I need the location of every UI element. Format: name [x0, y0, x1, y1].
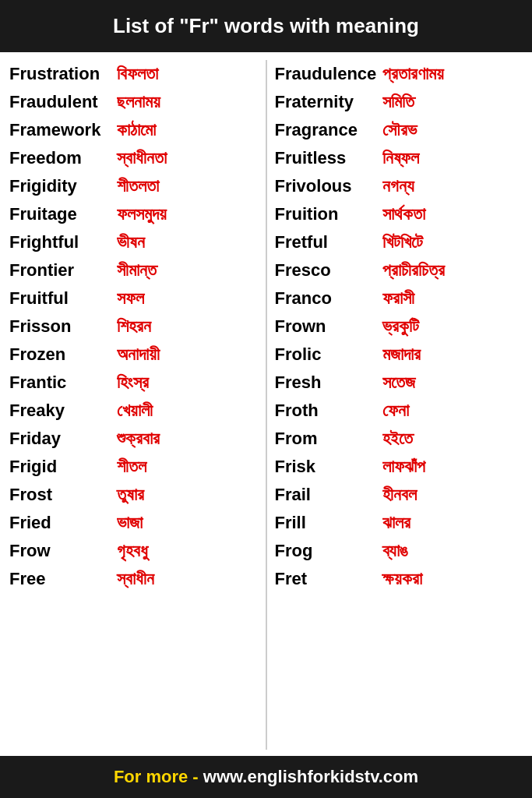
bengali-meaning: মজাদার — [382, 344, 421, 365]
english-word: Frisk — [275, 457, 376, 477]
list-item: Frolicমজাদার — [272, 341, 527, 369]
english-word: Frown — [275, 316, 376, 337]
english-word: Froth — [275, 401, 376, 421]
english-word: Frog — [275, 541, 376, 561]
list-item: Frameworkকাঠামো — [6, 116, 261, 144]
bengali-meaning: শিহরন — [117, 316, 151, 337]
bengali-meaning: ঝালর — [382, 513, 410, 533]
list-item: Fromহইতে — [272, 425, 527, 453]
list-item: Fragranceসৌরভ — [272, 116, 527, 144]
english-word: Fresh — [275, 373, 376, 393]
list-item: Frigidityশীতলতা — [6, 172, 261, 200]
bengali-meaning: ব্যাঙ — [382, 541, 408, 561]
english-word: Freedom — [9, 148, 111, 168]
english-word: Fruition — [275, 204, 376, 224]
english-word: Fruitless — [275, 148, 376, 168]
bengali-meaning: ভীষন — [117, 232, 145, 252]
bengali-meaning: ফেনা — [382, 401, 409, 421]
bengali-meaning: কাঠামো — [117, 120, 156, 140]
english-word: Fraudulent — [9, 92, 111, 112]
english-word: Free — [9, 569, 111, 589]
footer-website: www.englishforkidstv.com — [203, 767, 418, 786]
bengali-meaning: সার্থকতা — [382, 204, 425, 224]
english-word: Franco — [275, 288, 376, 309]
bengali-meaning: সতেজ — [382, 373, 415, 393]
english-word: Frantic — [9, 373, 111, 393]
list-item: Frailহীনবল — [272, 481, 527, 509]
bengali-meaning: খেয়ালী — [117, 401, 153, 421]
english-word: Fretful — [275, 232, 376, 252]
list-item: Frostতুষার — [6, 481, 261, 509]
list-item: Fraudulentছলনাময় — [6, 88, 261, 116]
english-word: Frill — [275, 513, 376, 533]
footer-prefix: For more - — [114, 767, 203, 786]
bengali-meaning: ক্ষয়করা — [382, 569, 422, 589]
list-item: Freakyখেয়ালী — [6, 397, 261, 425]
main-content: FrustrationবিফলতাFraudulentছলনাময়Framew… — [0, 52, 532, 756]
english-word: Friday — [9, 429, 111, 449]
english-word: Frow — [9, 541, 111, 561]
list-item: Frontierসীমান্ত — [6, 256, 261, 284]
bengali-meaning: নগন্য — [382, 176, 414, 196]
bengali-meaning: প্রতারণাময় — [382, 64, 444, 84]
list-item: Fruitfulসফল — [6, 284, 261, 312]
english-word: Frivolous — [275, 176, 376, 196]
english-word: Frost — [9, 485, 111, 505]
list-item: Freeস্বাধীন — [6, 565, 261, 593]
right-column: Fraudulenceপ্রতারণাময়FraternityসমিতিFra… — [272, 60, 527, 750]
list-item: Fruitionসার্থকতা — [272, 200, 527, 228]
header-title: List of "Fr" words with meaning — [113, 14, 419, 37]
list-item: Freshসতেজ — [272, 369, 527, 397]
bengali-meaning: শীতলতা — [117, 176, 159, 196]
list-item: Frothফেনা — [272, 397, 527, 425]
bengali-meaning: ভাজা — [117, 513, 143, 533]
list-item: Fretক্ষয়করা — [272, 565, 527, 593]
bengali-meaning: সীমান্ত — [117, 260, 157, 281]
list-item: Frogব্যাঙ — [272, 537, 527, 565]
list-item: Freedomস্বাধীনতা — [6, 144, 261, 172]
bengali-meaning: ফলসমুদয় — [117, 204, 167, 224]
bengali-meaning: খিটখিটে — [382, 232, 423, 252]
english-word: Fried — [9, 513, 111, 533]
list-item: Frillঝালর — [272, 509, 527, 537]
bengali-meaning: অনাদায়ী — [117, 344, 160, 365]
english-word: Framework — [9, 120, 111, 140]
english-word: Fruitage — [9, 204, 111, 224]
english-word: Frigidity — [9, 176, 111, 196]
bengali-meaning: ছলনাময় — [117, 92, 160, 112]
list-item: Frightfulভীষন — [6, 228, 261, 256]
english-word: Fret — [275, 569, 376, 589]
list-item: Frowগৃহবধু — [6, 537, 261, 565]
english-word: From — [275, 429, 376, 449]
list-item: Frescoপ্রাচীরচিত্র — [272, 256, 527, 284]
english-word: Fruitful — [9, 288, 111, 309]
bengali-meaning: গৃহবধু — [117, 541, 148, 561]
english-word: Fraudulence — [275, 64, 377, 84]
list-item: Fraudulenceপ্রতারণাময় — [272, 60, 527, 88]
bengali-meaning: প্রাচীরচিত্র — [382, 260, 445, 281]
bengali-meaning: সমিতি — [382, 92, 414, 112]
column-divider — [266, 60, 267, 750]
page-header: List of "Fr" words with meaning — [0, 0, 532, 52]
list-item: Fridayশুক্রবার — [6, 425, 261, 453]
bengali-meaning: শীতল — [117, 457, 146, 477]
bengali-meaning: ভ্রকুটি — [382, 316, 419, 337]
english-word: Frisson — [9, 316, 111, 337]
bengali-meaning: হইতে — [382, 429, 413, 449]
english-word: Frustration — [9, 64, 111, 84]
list-item: Fraternityসমিতি — [272, 88, 527, 116]
list-item: Frustrationবিফলতা — [6, 60, 261, 88]
bengali-meaning: ফরাসী — [382, 288, 414, 309]
list-item: Fruitageফলসমুদয় — [6, 200, 261, 228]
list-item: Frissonশিহরন — [6, 312, 261, 341]
bengali-meaning: শুক্রবার — [117, 429, 160, 449]
bengali-meaning: হিংস্র — [117, 373, 149, 393]
list-item: Frivolousনগন্য — [272, 172, 527, 200]
english-word: Frigid — [9, 457, 111, 477]
bengali-meaning: বিফলতা — [117, 64, 158, 84]
list-item: Fruitlessনিষ্ফল — [272, 144, 527, 172]
english-word: Frail — [275, 485, 376, 505]
english-word: Fraternity — [275, 92, 376, 112]
english-word: Fragrance — [275, 120, 376, 140]
left-column: FrustrationবিফলতাFraudulentছলনাময়Framew… — [6, 60, 261, 750]
